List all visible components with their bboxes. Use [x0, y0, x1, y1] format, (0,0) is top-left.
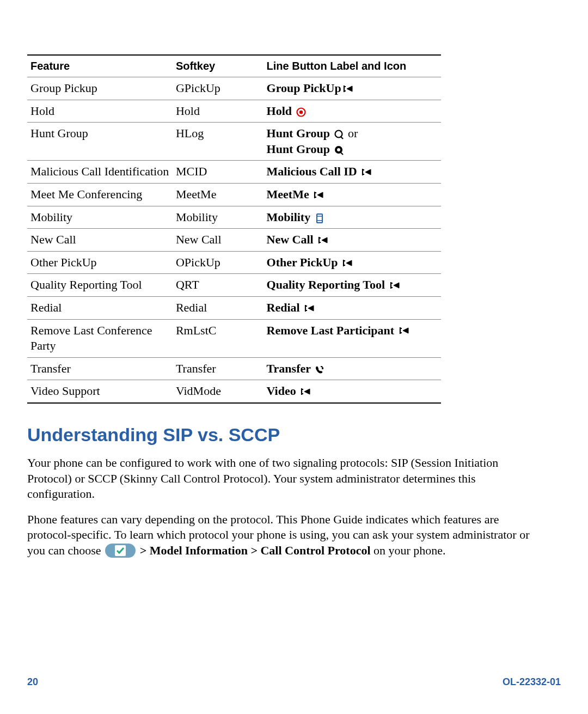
- cell-softkey: Transfer: [173, 357, 264, 380]
- transfer-icon: [314, 364, 326, 375]
- table-row: RedialRedialRedial: [27, 296, 441, 319]
- plf-icon: [397, 326, 409, 337]
- page-number: 20: [27, 676, 38, 688]
- cell-label: Other PickUp: [264, 251, 441, 274]
- cell-feature: Malicious Call Identification: [27, 161, 173, 184]
- plf-icon: [360, 167, 372, 178]
- table-row: TransferTransferTransfer: [27, 357, 441, 380]
- cell-label: Group PickUp: [264, 77, 441, 100]
- table-row: Meet Me ConferencingMeetMeMeetMe: [27, 183, 441, 206]
- cell-label: Hold: [264, 100, 441, 123]
- cell-feature: Group Pickup: [27, 77, 173, 100]
- cell-feature: Hold: [27, 100, 173, 123]
- col-header-softkey: Softkey: [173, 55, 264, 77]
- cell-label: Mobility: [264, 206, 441, 229]
- cell-label: Hunt Group orHunt Group: [264, 123, 441, 161]
- table-row: MobilityMobilityMobility: [27, 206, 441, 229]
- plf-icon: [303, 303, 315, 314]
- cell-label: Redial: [264, 296, 441, 319]
- plf-icon: [316, 235, 328, 246]
- page: Feature Softkey Line Button Label and Ic…: [0, 0, 588, 714]
- hunt-open-icon: [333, 129, 345, 140]
- plf-icon: [388, 280, 400, 291]
- col-header-label: Line Button Label and Icon: [264, 55, 441, 77]
- hunt-filled-icon: [333, 145, 345, 156]
- plf-icon: [299, 387, 311, 398]
- page-footer: 20 OL-22332-01: [27, 676, 561, 688]
- cell-softkey: OPickUp: [173, 251, 264, 274]
- col-header-feature: Feature: [27, 55, 173, 77]
- feature-table: Feature Softkey Line Button Label and Ic…: [27, 54, 441, 404]
- cell-softkey: Hold: [173, 100, 264, 123]
- paragraph-1: Your phone can be configured to work wit…: [27, 455, 544, 502]
- table-row: Group PickupGPickUpGroup PickUp: [27, 77, 441, 100]
- p2-nav-path: > Model Information > Call Control Proto…: [140, 544, 371, 557]
- mobility-icon: [314, 213, 326, 224]
- cell-feature: Hunt Group: [27, 123, 173, 161]
- cell-feature: Transfer: [27, 357, 173, 380]
- cell-softkey: MeetMe: [173, 183, 264, 206]
- doc-number: OL-22332-01: [503, 676, 561, 688]
- cell-label: Quality Reporting Tool: [264, 274, 441, 297]
- p2-text-b: on your phone.: [373, 544, 446, 557]
- cell-softkey: New Call: [173, 229, 264, 252]
- table-row: Remove Last Conference PartyRmLstCRemove…: [27, 319, 441, 357]
- paragraph-2: Phone features can vary depending on the…: [27, 512, 544, 559]
- cell-softkey: HLog: [173, 123, 264, 161]
- table-header-row: Feature Softkey Line Button Label and Ic…: [27, 55, 441, 77]
- cell-softkey: VidMode: [173, 380, 264, 403]
- table-row: Other PickUpOPickUpOther PickUp: [27, 251, 441, 274]
- cell-softkey: Redial: [173, 296, 264, 319]
- cell-feature: Other PickUp: [27, 251, 173, 274]
- cell-feature: Mobility: [27, 206, 173, 229]
- plf-icon: [312, 190, 324, 201]
- section-heading: Understanding SIP vs. SCCP: [27, 424, 561, 446]
- cell-label: MeetMe: [264, 183, 441, 206]
- cell-label: New Call: [264, 229, 441, 252]
- settings-button-icon: [105, 544, 136, 558]
- cell-label: Video: [264, 380, 441, 403]
- plf-icon: [341, 258, 353, 269]
- cell-label: Malicious Call ID: [264, 161, 441, 184]
- cell-label: Transfer: [264, 357, 441, 380]
- cell-softkey: QRT: [173, 274, 264, 297]
- cell-softkey: GPickUp: [173, 77, 264, 100]
- table-row: HoldHoldHold: [27, 100, 441, 123]
- cell-feature: New Call: [27, 229, 173, 252]
- cell-label: Remove Last Participant: [264, 319, 441, 357]
- cell-softkey: Mobility: [173, 206, 264, 229]
- cell-feature: Remove Last Conference Party: [27, 319, 173, 357]
- table-row: Hunt GroupHLogHunt Group orHunt Group: [27, 123, 441, 161]
- cell-softkey: RmLstC: [173, 319, 264, 357]
- cell-softkey: MCID: [173, 161, 264, 184]
- cell-feature: Meet Me Conferencing: [27, 183, 173, 206]
- hold-icon: [295, 107, 307, 118]
- table-row: Malicious Call IdentificationMCIDMalicio…: [27, 161, 441, 184]
- table-row: Quality Reporting ToolQRTQuality Reporti…: [27, 274, 441, 297]
- cell-feature: Quality Reporting Tool: [27, 274, 173, 297]
- table-row: New CallNew CallNew Call: [27, 229, 441, 252]
- cell-feature: Redial: [27, 296, 173, 319]
- plf-icon: [341, 84, 353, 95]
- cell-feature: Video Support: [27, 380, 173, 403]
- table-row: Video SupportVidModeVideo: [27, 380, 441, 403]
